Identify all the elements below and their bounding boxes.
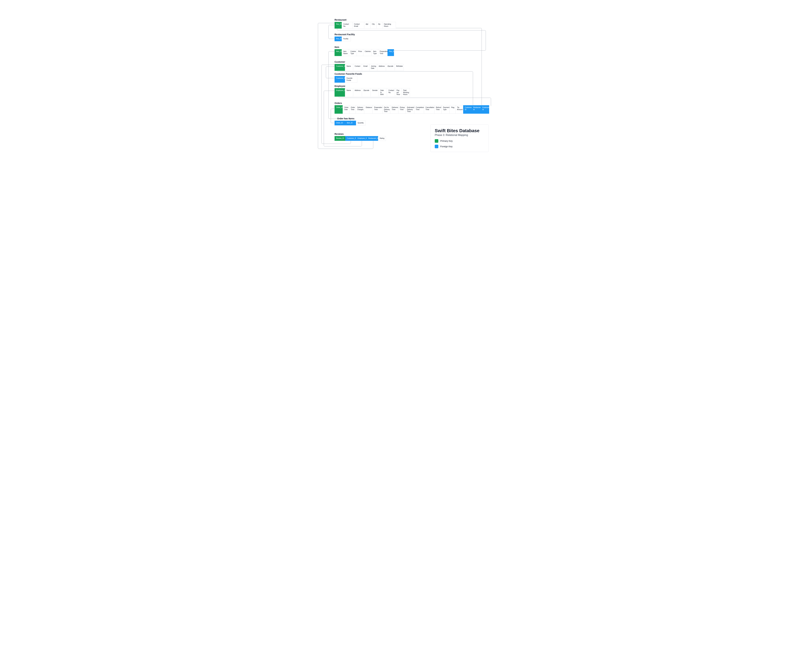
column: Name <box>345 88 353 97</box>
column: Birthdate <box>395 64 404 71</box>
table-row: Order_ID Item_ID Quantity <box>335 121 366 125</box>
column: Pay per Hour <box>395 88 402 97</box>
legend-pk-label: Primary Key <box>440 140 453 142</box>
column: Email <box>362 64 369 71</box>
pk-swatch <box>435 139 438 143</box>
column: Facility <box>342 37 351 41</box>
column: Item Type <box>371 49 378 56</box>
column: Flag <box>449 105 455 114</box>
column: Item Name <box>342 49 349 56</box>
legend-key-fk: Foreign Key <box>435 145 484 148</box>
column: Payment Type <box>441 105 449 114</box>
table-title-restaurant: Restaurant <box>335 19 346 21</box>
table-row: Item_ID Item Name Cuisine Type Price Cal… <box>335 49 394 56</box>
column: Joining Date <box>369 64 377 71</box>
table-title-restaurant-facility: Restaurant Facility <box>335 33 355 36</box>
column-pk: Employee_ID <box>335 88 345 97</box>
column: Total Working Hours <box>402 88 410 97</box>
column-fk: Employee_ID <box>356 136 367 141</box>
column: Estimated Delivery TIme <box>405 105 414 114</box>
fk-swatch <box>435 145 438 148</box>
column-fk: Res_ID <box>335 37 342 41</box>
column-fk: Customer ID <box>463 105 472 114</box>
column: Contact No. <box>387 88 395 97</box>
table-row: Customer_ID Name Contact Email Joining D… <box>335 64 404 71</box>
column: City <box>370 22 376 29</box>
legend-fk-label: Foreign Key <box>440 145 453 148</box>
column: Calories <box>363 49 371 56</box>
diagram-canvas: Restaurant Res_ID Contact No. Contact Em… <box>302 0 510 159</box>
column: Address <box>353 88 362 97</box>
column: Name <box>345 64 353 71</box>
column-fk: Restaurant Id <box>472 105 481 114</box>
column: Contact <box>353 64 362 71</box>
column: Zipcode <box>386 64 395 71</box>
column: Rating <box>378 136 386 141</box>
column: Apt <box>364 22 370 29</box>
column-pk: Item_ID <box>335 49 342 56</box>
table-row: Employee_ID Name Address Zipcode Gender … <box>335 88 410 97</box>
column: Operating Hours <box>382 22 396 29</box>
column: Order Date <box>343 105 349 114</box>
table-row: Review_ID Customer_ID Employee_ID Restau… <box>335 136 386 141</box>
column: Favorite Foods <box>345 76 357 83</box>
table-row: Res_ID Contact No. Contact Email Apt Cit… <box>335 22 396 29</box>
column: Cuisine Type <box>349 49 357 56</box>
column: Preparation Time <box>378 49 388 56</box>
column: Date fo Birth <box>379 88 387 97</box>
column: Tip Amount <box>455 105 463 114</box>
column: Delivered TIme <box>390 105 398 114</box>
column: Quantity <box>356 121 366 125</box>
table-title-employee: Employee <box>335 85 345 87</box>
column: Zip <box>376 22 382 29</box>
table-row: Customer_ID Favorite Foods <box>335 76 357 83</box>
column: Completion TIme <box>414 105 424 114</box>
table-row: Res_ID Facility <box>335 37 351 41</box>
column: Out for Delivery Time <box>382 105 390 114</box>
column-fk: Order_ID <box>335 121 345 125</box>
column: Delivery Charges <box>356 105 364 114</box>
column-pk: Order_ID <box>335 105 343 114</box>
column-fk: Customer_ID <box>335 76 345 83</box>
column: Distance <box>364 105 373 114</box>
legend-panel: Swift Bites Database Phase 3: Relational… <box>431 124 489 152</box>
table-title-item: Item <box>335 46 339 48</box>
column: Price <box>357 49 363 56</box>
legend-key-pk: Primary Key <box>435 139 484 143</box>
column: Refund TIme <box>434 105 441 114</box>
table-title-customer-favorite-foods: Customer Favorite Foods <box>335 73 362 75</box>
column: Address <box>377 64 386 71</box>
table-title-customer: Customer <box>335 61 345 63</box>
column: Cancellation TIme <box>424 105 434 114</box>
column: Pickup TIme <box>398 105 405 114</box>
column: Contact No. <box>342 22 352 29</box>
legend-subtitle: Phase 3: Relational Mapping <box>435 134 484 136</box>
column-pk: Customer_ID <box>335 64 345 71</box>
table-title-orders: Orders <box>335 102 342 104</box>
column: Preperation Time <box>373 105 382 114</box>
column-fk: Customer_ID <box>345 136 356 141</box>
column-fk: Employee Id <box>481 105 489 114</box>
column-pk: Res_ID <box>335 22 342 29</box>
column-pk: Review_ID <box>335 136 345 141</box>
table-title-order-has-items: Order has Items <box>337 117 354 120</box>
column-fk: Restaurant_ID <box>367 136 378 141</box>
column: Order Time <box>349 105 356 114</box>
legend-title: Swift Bites Database <box>435 128 484 133</box>
column-fk: Item_ID <box>345 121 356 125</box>
column: Contact Email <box>352 22 364 29</box>
column: Zipcode <box>362 88 371 97</box>
column-fk: Res_ID <box>388 49 394 56</box>
table-title-reviews: Reviews <box>335 133 344 135</box>
column: Gender <box>371 88 379 97</box>
table-row: Order_ID Order Date Order Time Delivery … <box>335 105 489 114</box>
